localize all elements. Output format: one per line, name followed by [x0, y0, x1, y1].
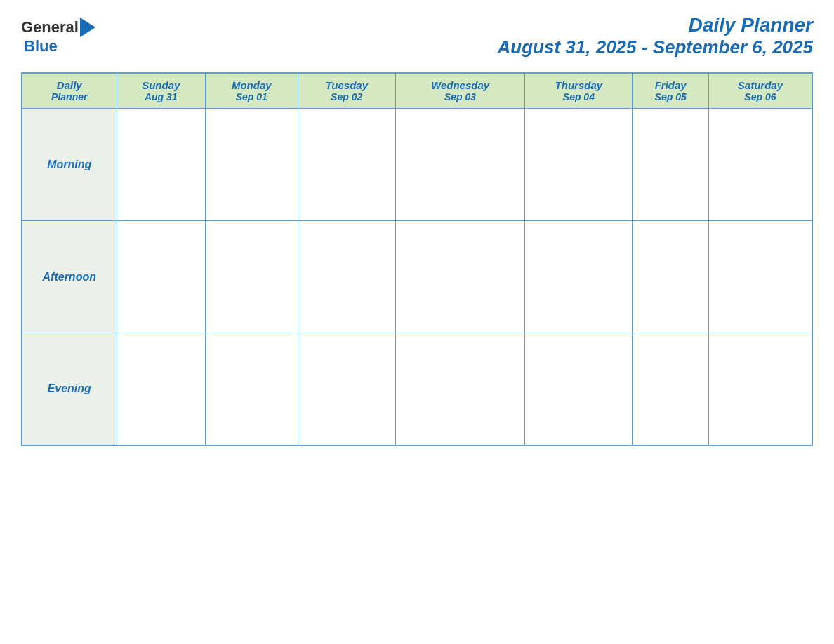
morning-thursday-cell[interactable]	[525, 109, 633, 221]
wednesday-name: Wednesday	[399, 79, 522, 91]
sunday-name: Sunday	[120, 79, 203, 91]
col-header-thursday: Thursday Sep 04	[525, 73, 633, 109]
tuesday-name: Tuesday	[301, 79, 392, 91]
saturday-name: Saturday	[712, 79, 809, 91]
header-planner-label: Planner	[25, 91, 114, 102]
evening-thursday-cell[interactable]	[525, 333, 633, 445]
thursday-date: Sep 04	[528, 91, 629, 102]
monday-date: Sep 01	[208, 91, 295, 102]
morning-tuesday-cell[interactable]	[298, 109, 395, 221]
logo-general-text: General	[21, 18, 79, 36]
wednesday-date: Sep 03	[399, 91, 522, 102]
evening-friday-cell[interactable]	[633, 333, 708, 445]
morning-sunday-cell[interactable]	[117, 109, 206, 221]
logo-top: General	[21, 18, 97, 37]
col-header-sunday: Sunday Aug 31	[117, 73, 206, 109]
col-header-friday: Friday Sep 05	[633, 73, 708, 109]
page-title: Daily Planner	[498, 14, 813, 36]
col-header-tuesday: Tuesday Sep 02	[298, 73, 395, 109]
saturday-date: Sep 06	[712, 91, 809, 102]
col-header-wednesday: Wednesday Sep 03	[395, 73, 524, 109]
col-header-saturday: Saturday Sep 06	[708, 73, 812, 109]
header: General Blue Daily Planner August 31, 20…	[21, 14, 813, 58]
evening-wednesday-cell[interactable]	[395, 333, 524, 445]
morning-row: Morning	[22, 109, 812, 221]
afternoon-saturday-cell[interactable]	[708, 221, 812, 333]
evening-label: Evening	[22, 333, 117, 445]
col-header-daily: Daily Planner	[22, 73, 117, 109]
friday-name: Friday	[635, 79, 705, 91]
evening-sunday-cell[interactable]	[117, 333, 206, 445]
logo: General Blue	[21, 18, 97, 55]
afternoon-label: Afternoon	[22, 221, 117, 333]
morning-saturday-cell[interactable]	[708, 109, 812, 221]
afternoon-sunday-cell[interactable]	[117, 221, 206, 333]
afternoon-thursday-cell[interactable]	[525, 221, 633, 333]
col-header-monday: Monday Sep 01	[206, 73, 298, 109]
friday-date: Sep 05	[635, 91, 705, 102]
page: General Blue Daily Planner August 31, 20…	[0, 0, 834, 644]
logo-blue-text: Blue	[24, 37, 58, 55]
morning-monday-cell[interactable]	[206, 109, 298, 221]
calendar-table: Daily Planner Sunday Aug 31 Monday Sep 0…	[21, 72, 813, 446]
title-area: Daily Planner August 31, 2025 - Septembe…	[498, 14, 813, 58]
morning-wednesday-cell[interactable]	[395, 109, 524, 221]
morning-friday-cell[interactable]	[633, 109, 708, 221]
tuesday-date: Sep 02	[301, 91, 392, 102]
header-row: Daily Planner Sunday Aug 31 Monday Sep 0…	[22, 73, 812, 109]
sunday-date: Aug 31	[120, 91, 203, 102]
monday-name: Monday	[208, 79, 295, 91]
evening-tuesday-cell[interactable]	[298, 333, 395, 445]
logo-arrow-icon	[80, 18, 95, 37]
afternoon-monday-cell[interactable]	[206, 221, 298, 333]
afternoon-row: Afternoon	[22, 221, 812, 333]
afternoon-wednesday-cell[interactable]	[395, 221, 524, 333]
afternoon-tuesday-cell[interactable]	[298, 221, 395, 333]
thursday-name: Thursday	[528, 79, 629, 91]
header-daily-label: Daily	[25, 79, 114, 91]
evening-monday-cell[interactable]	[206, 333, 298, 445]
morning-label: Morning	[22, 109, 117, 221]
evening-saturday-cell[interactable]	[708, 333, 812, 445]
date-range: August 31, 2025 - September 6, 2025	[498, 36, 813, 58]
afternoon-friday-cell[interactable]	[633, 221, 708, 333]
evening-row: Evening	[22, 333, 812, 445]
